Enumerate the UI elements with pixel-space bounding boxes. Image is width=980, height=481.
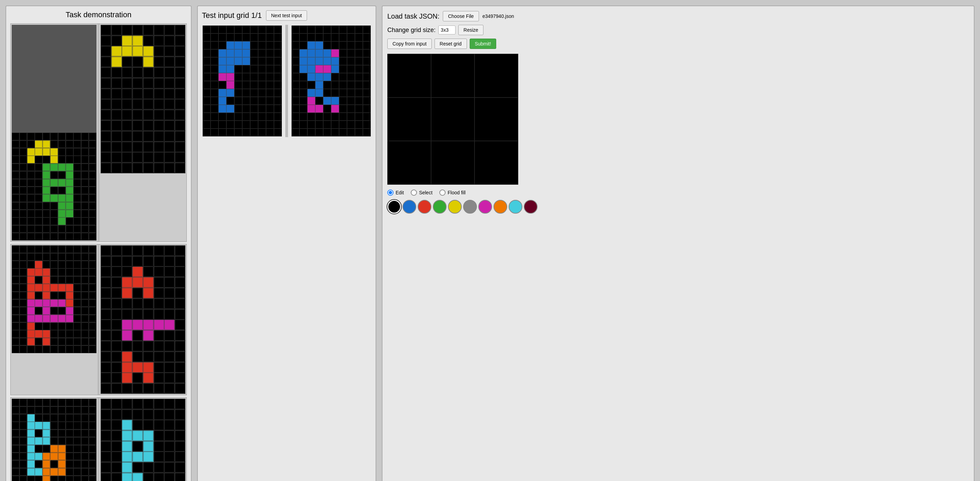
- file-name: e3497940.json: [482, 13, 514, 19]
- middle-header: Test input grid 1/1 Next test input: [202, 10, 371, 21]
- output-grid-container: [387, 54, 969, 185]
- color-maroon[interactable]: [524, 200, 538, 213]
- action-row: Copy from input Reset grid Submit!: [387, 38, 969, 49]
- test-grid-title: Test input grid 1/1: [202, 11, 262, 20]
- color-green[interactable]: [433, 200, 447, 213]
- edit-mode-option[interactable]: Edit: [387, 190, 404, 196]
- color-cyan[interactable]: [509, 200, 522, 213]
- color-orange[interactable]: [493, 200, 507, 213]
- edit-radio[interactable]: [387, 190, 393, 196]
- reset-grid-button[interactable]: Reset grid: [434, 38, 467, 49]
- right-panel: Load task JSON: Choose File e3497940.jso…: [382, 5, 975, 481]
- edit-radio-inner: [389, 191, 392, 194]
- color-red[interactable]: [418, 200, 431, 213]
- color-magenta[interactable]: [478, 200, 492, 213]
- grid-size-label: Change grid size:: [387, 27, 436, 34]
- middle-panel: Test input grid 1/1 Next test input: [197, 5, 376, 481]
- grid-size-input[interactable]: [438, 25, 455, 35]
- left-panel: Task demonstration // This is inline - w…: [5, 5, 192, 481]
- select-radio[interactable]: [411, 190, 417, 196]
- copy-from-input-button[interactable]: Copy from input: [387, 38, 432, 49]
- grid-size-row: Change grid size: Resize: [387, 25, 969, 35]
- select-mode-label: Select: [419, 190, 433, 195]
- demo-title: Task demonstration: [10, 10, 187, 19]
- edit-mode-label: Edit: [396, 190, 404, 195]
- choose-file-button[interactable]: Choose File: [443, 11, 479, 21]
- flood-fill-mode-label: Flood fill: [448, 190, 466, 195]
- color-black[interactable]: [387, 200, 401, 213]
- mode-row: Edit Select Flood fill: [387, 190, 969, 196]
- color-palette: [387, 200, 969, 213]
- next-test-input-button[interactable]: Next test input: [266, 10, 307, 21]
- color-gray[interactable]: [463, 200, 477, 213]
- flood-fill-mode-option[interactable]: Flood fill: [439, 190, 466, 196]
- color-yellow[interactable]: [448, 200, 462, 213]
- submit-button[interactable]: Submit!: [470, 38, 496, 49]
- resize-button[interactable]: Resize: [458, 25, 484, 35]
- load-label: Load task JSON:: [387, 13, 439, 20]
- select-mode-option[interactable]: Select: [411, 190, 433, 196]
- test-divider: [285, 25, 288, 137]
- color-blue[interactable]: [402, 200, 416, 213]
- load-bar: Load task JSON: Choose File e3497940.jso…: [387, 11, 969, 21]
- flood-radio[interactable]: [439, 190, 445, 196]
